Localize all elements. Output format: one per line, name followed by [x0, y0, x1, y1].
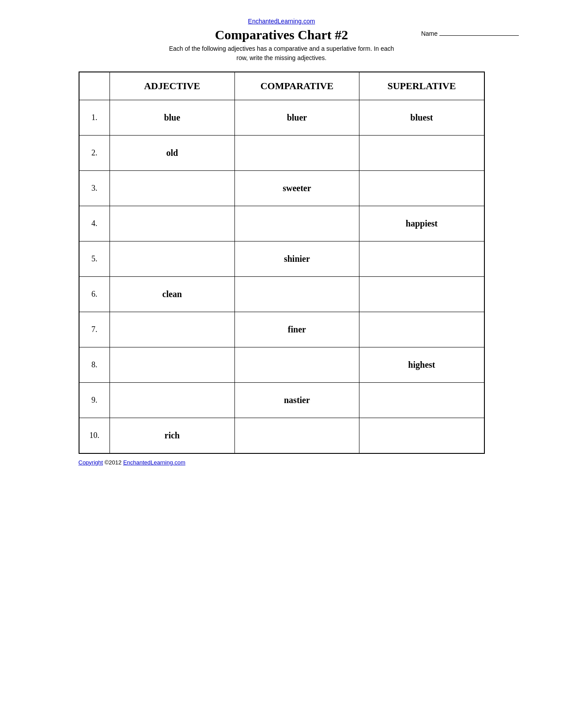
cell-comparative: bluer	[234, 100, 359, 136]
footer: Copyright ©2012 EnchantedLearning.com	[79, 459, 485, 466]
cell-adjective: blue	[110, 100, 234, 136]
row-number: 6.	[79, 277, 110, 312]
header-num	[79, 72, 110, 100]
cell-adjective: rich	[110, 418, 234, 453]
page-title: Comparatives Chart #2	[215, 27, 348, 42]
cell-superlative: highest	[359, 347, 484, 383]
cell-superlative: happiest	[359, 206, 484, 241]
cell-adjective	[110, 312, 234, 347]
row-number: 9.	[79, 383, 110, 418]
cell-comparative: shinier	[234, 241, 359, 277]
table-row: 8.highest	[79, 347, 484, 383]
cell-adjective	[110, 206, 234, 241]
table-row: 6.clean	[79, 277, 484, 312]
table-header-row: ADJECTIVE COMPARATIVE SUPERLATIVE	[79, 72, 484, 100]
row-number: 8.	[79, 347, 110, 383]
cell-adjective: old	[110, 136, 234, 171]
cell-adjective	[110, 383, 234, 418]
table-row: 4.happiest	[79, 206, 484, 241]
header-adjective: ADJECTIVE	[110, 72, 234, 100]
cell-superlative: bluest	[359, 100, 484, 136]
cell-comparative: finer	[234, 312, 359, 347]
name-field-label: Name	[421, 30, 519, 37]
top-site-link[interactable]: EnchantedLearning.com	[248, 18, 315, 25]
row-number: 4.	[79, 206, 110, 241]
cell-adjective: clean	[110, 277, 234, 312]
cell-adjective	[110, 241, 234, 277]
table-row: 5.shinier	[79, 241, 484, 277]
cell-comparative	[234, 347, 359, 383]
cell-comparative	[234, 277, 359, 312]
row-number: 5.	[79, 241, 110, 277]
comparatives-table: ADJECTIVE COMPARATIVE SUPERLATIVE 1.blue…	[79, 72, 485, 454]
table-row: 10.rich	[79, 418, 484, 453]
footer-copyright-link[interactable]: Copyright	[79, 459, 103, 466]
cell-superlative	[359, 241, 484, 277]
row-number: 2.	[79, 136, 110, 171]
cell-superlative	[359, 383, 484, 418]
cell-comparative: nastier	[234, 383, 359, 418]
table-row: 9.nastier	[79, 383, 484, 418]
cell-comparative: sweeter	[234, 171, 359, 206]
cell-comparative	[234, 418, 359, 453]
cell-superlative	[359, 277, 484, 312]
table-row: 1.bluebluerbluest	[79, 100, 484, 136]
cell-comparative	[234, 136, 359, 171]
row-number: 7.	[79, 312, 110, 347]
row-number: 1.	[79, 100, 110, 136]
header-superlative: SUPERLATIVE	[359, 72, 484, 100]
cell-superlative	[359, 418, 484, 453]
cell-superlative	[359, 136, 484, 171]
cell-comparative	[234, 206, 359, 241]
subtitle: Each of the following adjectives has a c…	[169, 44, 394, 63]
cell-adjective	[110, 171, 234, 206]
cell-superlative	[359, 171, 484, 206]
cell-adjective	[110, 347, 234, 383]
table-row: 3.sweeter	[79, 171, 484, 206]
row-number: 10.	[79, 418, 110, 453]
cell-superlative	[359, 312, 484, 347]
table-row: 7.finer	[79, 312, 484, 347]
header-comparative: COMPARATIVE	[234, 72, 359, 100]
footer-site-link[interactable]: EnchantedLearning.com	[123, 459, 185, 466]
row-number: 3.	[79, 171, 110, 206]
table-row: 2.old	[79, 136, 484, 171]
